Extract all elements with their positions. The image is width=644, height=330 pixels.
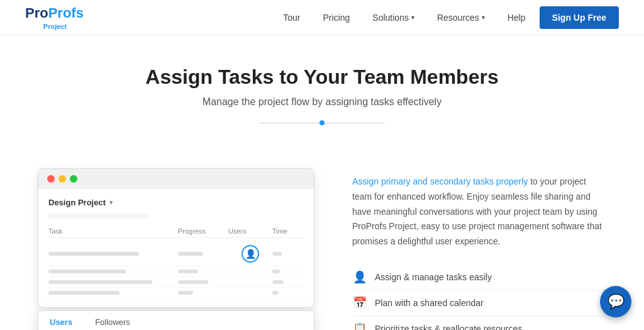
nav-help[interactable]: Help bbox=[499, 8, 535, 28]
task-bar bbox=[48, 280, 152, 284]
divider-left bbox=[259, 123, 319, 123]
list-item: 📅 Plan with a shared calendar bbox=[352, 290, 606, 316]
progress-bar bbox=[178, 280, 208, 284]
chat-bubble-button[interactable]: 💬 bbox=[600, 286, 631, 317]
nav-resources[interactable]: Resources ▾ bbox=[428, 8, 494, 28]
task-bar bbox=[48, 291, 119, 295]
task-bar bbox=[48, 252, 139, 256]
progress-bar bbox=[178, 270, 198, 273]
main-content: Design Project ▾ Task Progress Users Tim… bbox=[0, 168, 644, 330]
description-highlight: Assign primary and secondary tasks prope… bbox=[352, 176, 528, 186]
tab-followers[interactable]: Followers bbox=[84, 311, 142, 330]
hero-divider bbox=[259, 120, 385, 125]
tab-users[interactable]: Users bbox=[38, 311, 84, 330]
mockup-search-bar bbox=[48, 213, 149, 219]
resources-chevron-icon: ▾ bbox=[482, 14, 485, 21]
feature-label: Prioritize tasks & reallocate resources bbox=[375, 324, 522, 330]
logo[interactable]: Pro Profs Project bbox=[25, 5, 84, 30]
time-bar bbox=[272, 280, 284, 284]
users-circle-icon: 👤 bbox=[242, 245, 259, 263]
project-chevron-icon: ▾ bbox=[109, 199, 113, 206]
navbar: Pro Profs Project Tour Pricing Solutions… bbox=[0, 0, 644, 35]
assign-tasks-icon: 👤 bbox=[352, 270, 367, 284]
calendar-icon: 📅 bbox=[352, 296, 367, 310]
col-progress: Progress bbox=[178, 227, 228, 235]
table-header: Task Progress Users Time bbox=[48, 225, 304, 238]
window-dot-yellow bbox=[58, 175, 66, 183]
hero-title: Assign Tasks to Your Team Members bbox=[13, 65, 631, 89]
solutions-chevron-icon: ▾ bbox=[411, 14, 414, 21]
description-body: to your project team for enhanced workfl… bbox=[352, 176, 602, 246]
divider-right bbox=[325, 123, 385, 123]
col-task: Task bbox=[48, 227, 178, 235]
signup-button[interactable]: Sign Up Free bbox=[540, 6, 619, 29]
time-bar bbox=[272, 270, 280, 273]
task-bar bbox=[48, 270, 126, 273]
window-dot-green bbox=[70, 175, 77, 183]
users-popup: Users Followers + Add User 🔍 Teams bbox=[38, 310, 314, 330]
window-dot-red bbox=[47, 175, 55, 183]
mockup-body: Design Project ▾ Task Progress Users Tim… bbox=[38, 189, 314, 307]
col-users: Users bbox=[228, 227, 272, 235]
table-row bbox=[48, 266, 304, 277]
list-item: 📋 Prioritize tasks & reallocate resource… bbox=[352, 316, 606, 330]
divider-dot bbox=[319, 120, 325, 125]
chat-icon: 💬 bbox=[608, 293, 625, 310]
mockup-project-header: Design Project ▾ bbox=[48, 198, 304, 207]
mockup-titlebar bbox=[38, 169, 314, 189]
users-icon-cell: 👤 bbox=[228, 245, 272, 263]
project-name-label: Design Project bbox=[48, 198, 106, 207]
mockup-window: Design Project ▾ Task Progress Users Tim… bbox=[38, 168, 314, 308]
features-list: 👤 Assign & manage tasks easily 📅 Plan wi… bbox=[352, 265, 606, 330]
nav-tour[interactable]: Tour bbox=[274, 8, 309, 28]
nav-pricing[interactable]: Pricing bbox=[314, 8, 359, 28]
right-content: Assign primary and secondary tasks prope… bbox=[352, 168, 606, 330]
feature-label: Plan with a shared calendar bbox=[375, 298, 484, 308]
col-time: Time bbox=[272, 227, 304, 235]
feature-label: Assign & manage tasks easily bbox=[375, 272, 492, 282]
table-row bbox=[48, 277, 304, 288]
logo-profs-text: Profs bbox=[48, 5, 84, 21]
time-bar bbox=[272, 252, 282, 256]
progress-bar bbox=[178, 252, 203, 256]
hero-section: Assign Tasks to Your Team Members Manage… bbox=[0, 35, 644, 168]
list-item: 👤 Assign & manage tasks easily bbox=[352, 265, 606, 290]
time-bar bbox=[272, 291, 279, 295]
logo-project-text: Project bbox=[26, 23, 84, 30]
description-text: Assign primary and secondary tasks prope… bbox=[352, 174, 606, 249]
logo-pro-text: Pro bbox=[25, 5, 48, 21]
table-row bbox=[48, 288, 304, 299]
nav-links: Tour Pricing Solutions ▾ Resources ▾ Hel… bbox=[274, 6, 619, 29]
prioritize-icon: 📋 bbox=[352, 322, 367, 330]
table-row: 👤 bbox=[48, 242, 304, 266]
nav-solutions[interactable]: Solutions ▾ bbox=[364, 8, 423, 28]
mockup-section: Design Project ▾ Task Progress Users Tim… bbox=[38, 168, 314, 330]
popup-tabs: Users Followers bbox=[38, 311, 314, 330]
progress-bar bbox=[178, 291, 193, 295]
hero-subtitle: Manage the project flow by assigning tas… bbox=[13, 96, 631, 108]
